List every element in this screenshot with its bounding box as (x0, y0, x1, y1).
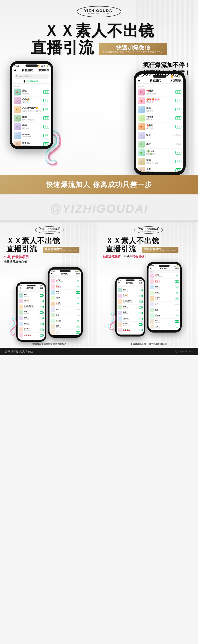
footer-watermark: 志设网·zs9.com (174, 350, 193, 353)
watermark: @YIZHIGOUDAI (0, 202, 198, 216)
contact-item: 🍋 心心碰见鲜柠🍋 你好，我已收到，如何使用？ 查看 (12, 105, 51, 114)
main-divider (0, 220, 198, 222)
contact-item: 🌈 彩虹 我是彩虹 查看 (12, 88, 51, 96)
cold-contact-item: 🌿 🌿Cold. 我是🌿Cold. 查看 (136, 148, 183, 157)
panel-left-phones: 7:34WiFi ◀新的朋友添加 近三天 彩虹我是彩虹 查看 心心🌈我是心心 (0, 265, 99, 338)
contact-item: 🍑 🍑💗🍑🌸🌸 我是心形 查看 (136, 96, 183, 105)
footer-share-text: 分享好作品 天天拿收益 (5, 350, 33, 353)
phone-left: 7:34 📶 WiFi 🔋 ◀ 新的朋友 添加朋友 🔍 微信号/手机号 📱 添加… (10, 61, 53, 149)
panel-left-bottom-text: 华赫独家引流黑科技 期待你的加入 (0, 342, 99, 346)
panel-phone-2: 08:56WiFi🔋 ◀新的朋友添加 近三天 🎀丹丹我是月月丹丹 查看 🍑💗🌸我 (48, 267, 83, 338)
promo-line2: 好产品人人刚需！ (143, 69, 191, 77)
panel-left-tiktok-deco (2, 317, 22, 336)
footer: 分享好作品 天天拿收益 志设网·zs9.com (0, 348, 198, 355)
bottom-banner: 快速爆流加人 你离成功只差一步 (0, 175, 198, 194)
hero-badge: 快速加爆微信 BUSINESS SCHOOL SUPPORT PROGRAM (99, 43, 167, 55)
contact-item: 随 随缘 你好，我是随缘 查看 (12, 114, 51, 122)
contact-item: 慈 慈师 老师您好，如下 查看 (136, 157, 183, 166)
contact-item: 崎 崎崎 我是崎崎 查看 (12, 122, 51, 131)
brand-sub: BRAND NAME HERE (88, 13, 111, 15)
phone-right: 08:56 📶 WiFi 🔋 ◀ 新的朋友 添加朋友 近三天 🎀 🎀丹丹 我是月 (134, 71, 186, 175)
brand-logo: YIZHIGOUDAI BRAND NAME HERE (0, 0, 198, 20)
contact-item: 玲 玲子 ✓ 已添加 (136, 131, 183, 140)
watermark-area: @YIZHIGOUDAI (0, 194, 198, 220)
contact-item: 海 海燕 我是海燕 查看 (136, 105, 183, 114)
panel-right: YIZHIGOUDAI BRAND NAME HERE ＸＸ素人不出镜 直播引流… (99, 222, 198, 348)
bottom-banner-text: 快速爆流加人 你离成功只差一步 (5, 180, 193, 190)
hero-headline: ＸＸ素人不出镜 直播引流 快速加爆微信 BUSINESS SCHOOL SUPP… (0, 20, 198, 56)
panel-right-bottom-text: 不出镜读稿直播 一部手机就能做副业 (99, 342, 198, 346)
brand-name: YIZHIGOUDAI (84, 8, 114, 13)
contact-item: 宝 小宝 我是小宝 查看 (136, 166, 183, 172)
contact-item: 惠 惠好 ✓ 已添加 (136, 140, 183, 148)
phone-right-frame: 08:56 📶 WiFi 🔋 ◀ 新的朋友 添加朋友 近三天 🎀 🎀丹丹 我是月 (134, 71, 186, 175)
phone-right-screen: 08:56 📶 WiFi 🔋 ◀ 新的朋友 添加朋友 近三天 🎀 🎀丹丹 我是月 (136, 74, 183, 172)
contact-item: 谢 谢不肉、 我是谢不肉 查看 (12, 140, 51, 146)
phone-left-frame: 7:34 📶 WiFi 🔋 ◀ 新的朋友 添加朋友 🔍 微信号/手机号 📱 添加… (10, 61, 53, 149)
contact-item: 🎀 🎀丹丹 我是月月丹丹 查看 (136, 88, 183, 96)
promo-line1: 疯狂爆流加不停！ (143, 61, 191, 69)
phones-text-area: 疯狂爆流加不停！ 好产品人人刚需！ 7:34 📶 WiFi 🔋 ◀ 新的朋友 添… (0, 56, 198, 175)
contact-item: 🍁 🍁红叶 我是红叶 查看 (136, 122, 183, 131)
panel-phone-4: 08:56WiFi🔋 ◀新的朋友添加 近三天 🎀丹丹我是月月丹丹 查看 🍑💗🌸我 (147, 262, 182, 332)
panel-right-tiktok-deco (102, 312, 121, 331)
contact-item: 心 心心🌈 我是心心 查看 (12, 96, 51, 105)
right-promo: 疯狂爆流加不停！ 好产品人人刚需！ (143, 61, 191, 76)
contact-item: Y Yakult 我是Yakult 查看 (136, 114, 183, 122)
hero-title: ＸＸ素人不出镜 直播引流 快速加爆微信 BUSINESS SCHOOL SUPP… (5, 22, 193, 56)
contact-item: A Aurora. 我是Aurora. 查看 (12, 131, 51, 140)
panel-right-phones: 7:34WiFi ◀新的朋友添加 近三天 彩虹我是彩虹 查看 心心🌈我是心心 (99, 260, 198, 332)
section-two-panels: YIZHIGOUDAI BRAND NAME HERE ＸＸ素人不出镜 直播引流… (0, 222, 198, 348)
section-main: YIZHIGOUDAI BRAND NAME HERE ＸＸ素人不出镜 直播引流… (0, 0, 198, 220)
phone-left-screen: 7:34 📶 WiFi 🔋 ◀ 新的朋友 添加朋友 🔍 微信号/手机号 📱 添加… (12, 64, 51, 146)
panel-left: YIZHIGOUDAI BRAND NAME HERE ＸＸ素人不出镜 直播引流… (0, 222, 99, 348)
